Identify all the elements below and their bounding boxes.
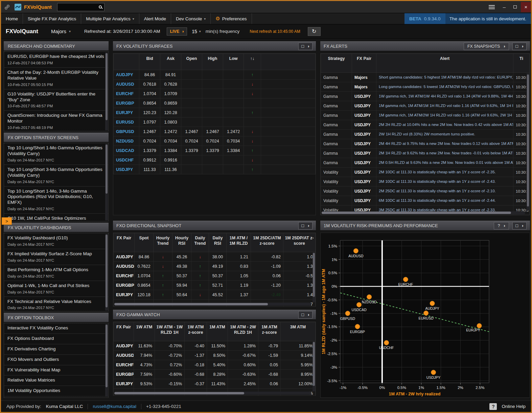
- table-row[interactable]: AUDUSD0.7622↓49.38↑49.190.83-1.091.3: [114, 262, 316, 271]
- list-item[interactable]: EURUSD, EURGBP have the cheapest 2M vols…: [4, 52, 108, 68]
- table-row[interactable]: GammaUSDJPY1M gamma rich, 1M ATM/1M 1H R…: [321, 101, 530, 111]
- table-row[interactable]: VolatilityUSDJPY2M 10DC at 111.33 is sta…: [321, 168, 530, 177]
- menu-item-home[interactable]: Home: [1, 13, 23, 24]
- panel-controls[interactable]: □ ◑: [512, 222, 527, 230]
- fx-snapshots-button[interactable]: FX SNAPSHOTS ◑: [464, 43, 509, 50]
- list-item[interactable]: 3M Volatility Opportunities: [4, 396, 108, 398]
- maximize-button[interactable]: [510, 2, 520, 12]
- column-header[interactable]: FX Pair: [114, 322, 134, 341]
- table-row[interactable]: GammaUSDJPY2M 0.5H RLZD at 9.63% hits a …: [321, 158, 530, 168]
- fx-pair-link[interactable]: NZDUSD: [114, 136, 139, 146]
- column-header[interactable]: 1W ATM - 1W RLZD 1H: [155, 322, 185, 341]
- table-row[interactable]: GammaUSDJPY1W gamma rich, 1W ATM/1W 4H R…: [321, 92, 530, 101]
- column-header[interactable]: Spot: [135, 233, 154, 252]
- live-toggle[interactable]: LIVE ◑: [167, 27, 187, 36]
- table-row[interactable]: EURJPY120.23120.28↑: [114, 108, 316, 117]
- list-item[interactable]: 1M Volatility Opportunities: [4, 386, 108, 396]
- horizontal-scrollbar[interactable]: [322, 211, 525, 214]
- hamburger-menu-button[interactable]: [485, 2, 499, 12]
- table-row[interactable]: GammaUSDJPY2M 4H RLZD at 9.75% hits a ne…: [321, 139, 530, 149]
- list-item[interactable]: FX Technical and Relative Value Matrices…: [4, 297, 108, 312]
- column-header[interactable]: 3M ATM: [281, 322, 316, 341]
- list-item[interactable]: Best Performing 1-Mo ATM Call OptionsDai…: [4, 265, 108, 281]
- search-input[interactable]: [57, 3, 105, 11]
- vertical-scrollbar[interactable]: [313, 342, 315, 391]
- list-item[interactable]: QuantScreen: Introducing our New FX Gamm…: [4, 111, 108, 131]
- table-row[interactable]: GammaUSDJPY1M gamma rich, 1M ATM/2W 1H R…: [321, 111, 530, 120]
- list-item[interactable]: Top 10 Long/Short 1-Mo Gamma Opportuniti…: [4, 143, 108, 165]
- data-point[interactable]: [345, 311, 350, 316]
- fx-pair-link[interactable]: AUDJPY: [114, 70, 139, 80]
- column-header[interactable]: FX Pair: [352, 54, 376, 73]
- column-header[interactable]: Alert: [376, 54, 513, 73]
- table-row[interactable]: VolatilityUSDJPY6M 10DC at 111.33 is sta…: [321, 196, 530, 205]
- refresh-button[interactable]: ↻: [308, 27, 321, 36]
- vertical-scrollbar[interactable]: [105, 144, 108, 220]
- table-row[interactable]: VolatilityUSDJPY2M 25DC at 111.33 is sta…: [321, 187, 530, 196]
- vertical-scrollbar[interactable]: [313, 253, 315, 302]
- help-icon[interactable]: ?: [489, 403, 497, 410]
- table-row[interactable]: EURGBP0.86540.8659: [114, 99, 316, 108]
- column-header[interactable]: Strategy: [321, 54, 352, 73]
- list-item[interactable]: FX Volatility Dashboard (G10)Daily on 24…: [4, 233, 108, 249]
- panel-controls[interactable]: □ ◑: [298, 311, 313, 319]
- list-item[interactable]: FX Implied Volatility Surface Z-Score Ma…: [4, 249, 108, 265]
- table-row[interactable]: GammaMajorsShort gamma candidates: 5 hig…: [321, 73, 530, 82]
- column-header[interactable]: Low: [223, 54, 244, 70]
- column-header[interactable]: Open: [181, 54, 202, 70]
- list-item[interactable]: FX Vulnerability Heat Map: [4, 365, 108, 376]
- column-header[interactable]: 1M ATM / 1M RLZD: [227, 233, 251, 252]
- menu-item-multiple-pair-analytics[interactable]: Multiple Pair Analytics▾: [81, 13, 139, 24]
- data-point[interactable]: [353, 248, 358, 253]
- table-row[interactable]: EURCHF4.73%0.72%-0.185.40%0.60%0.055.95%: [114, 360, 316, 370]
- table-row[interactable]: GammaUSDJPY2M 2H RLZD at 10.04% hits a n…: [321, 120, 530, 130]
- column-header[interactable]: [261, 54, 316, 70]
- list-item[interactable]: Interactive FX Volatility Cones: [4, 323, 108, 334]
- help-button[interactable]: ? ◑: [494, 222, 509, 230]
- fx-pair-link[interactable]: EURUSD: [114, 117, 139, 127]
- universe-dropdown[interactable]: Majors ▾: [51, 28, 71, 34]
- vertical-scrollbar[interactable]: [527, 73, 529, 211]
- column-header[interactable]: Bid: [139, 54, 160, 70]
- data-point[interactable]: [355, 324, 360, 329]
- column-header[interactable]: Hourly Trend: [154, 233, 172, 252]
- menu-item-dev-console[interactable]: Dev Console▾: [171, 13, 211, 24]
- table-row[interactable]: EURCHF1.07041.0709↓: [114, 89, 316, 99]
- list-item[interactable]: Top 10 Long/Short 3-Mo Gamma Opportuniti…: [4, 165, 108, 187]
- horizontal-scrollbar[interactable]: [114, 392, 311, 395]
- table-row[interactable]: GammaUSDJPY2M 1H RLZD at 9.62% hits a ne…: [321, 149, 530, 158]
- list-item[interactable]: FXO Movers and Outliers: [4, 355, 108, 365]
- data-point[interactable]: [477, 323, 482, 328]
- table-row[interactable]: VolatilityUSDJPY3M 10DC at 111.33 is sta…: [321, 177, 530, 187]
- table-row[interactable]: EURGBP0.8654↑59.94↑52.711.19-1.201.3: [114, 281, 316, 290]
- column-header[interactable]: Hourly RSI: [172, 233, 191, 252]
- fx-pair-link[interactable]: EURJPY: [114, 108, 139, 117]
- data-point[interactable]: [431, 370, 436, 375]
- risk-premium-chart[interactable]: 1.5%1%0.5%0%-0.5%-1%-1.5%-2%-2.5%-3%-3.5…: [321, 233, 529, 397]
- data-point[interactable]: [384, 340, 389, 345]
- menu-item-single-fx-pair-analytics[interactable]: Single FX Pair Analytics: [23, 13, 81, 24]
- horizontal-scrollbar[interactable]: [114, 303, 311, 306]
- column-header[interactable]: [114, 54, 139, 70]
- column-header[interactable]: FX Pair: [114, 233, 135, 252]
- fx-pair-link[interactable]: USDJPY: [114, 165, 139, 174]
- data-point[interactable]: [403, 277, 408, 282]
- column-header[interactable]: 1M 25DC/ATM z-score: [251, 233, 283, 252]
- online-help-link[interactable]: Online Help: [502, 404, 526, 409]
- data-point[interactable]: [357, 302, 362, 307]
- table-row[interactable]: GammaUSDJPY2W 1H RLZD vol (8.33%) 2W mom…: [321, 130, 530, 139]
- menu-item-alert-mode[interactable]: Alert Mode: [139, 13, 171, 24]
- fx-pair-link[interactable]: EURCHF: [114, 89, 139, 99]
- list-item[interactable]: G10 Volatility: USDJPY Butterflies enter…: [4, 89, 108, 111]
- minimize-button[interactable]: –: [499, 2, 509, 12]
- column-header[interactable]: Ti: [513, 54, 530, 73]
- table-row[interactable]: EURJPY120.18↑50.64↓45.521.37-2.491.4: [114, 290, 316, 300]
- panel-controls[interactable]: □ ◑: [298, 43, 313, 50]
- list-item[interactable]: FX Options Dashboard: [4, 334, 108, 344]
- column-header[interactable]: 1M ATM: [207, 322, 228, 341]
- vertical-scrollbar[interactable]: [105, 324, 108, 397]
- column-header[interactable]: 1W ATM: [134, 322, 155, 341]
- menu-item-preferences[interactable]: ⚙Preferences: [211, 13, 252, 24]
- table-row[interactable]: AUDUSD0.76180.7628↓: [114, 80, 316, 89]
- table-row[interactable]: USDCAD1.33791.33841.33791.33791.3384↑: [114, 146, 316, 155]
